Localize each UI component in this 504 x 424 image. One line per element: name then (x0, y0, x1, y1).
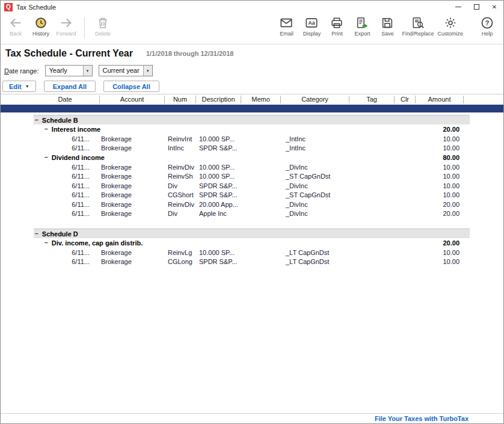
toolbar-separator (84, 17, 85, 38)
gear-icon (444, 16, 457, 29)
collapse-toggle-icon[interactable]: − (35, 231, 38, 237)
maximize-button[interactable] (467, 1, 485, 13)
cell-category: _DivInc (281, 201, 349, 208)
printer-icon (330, 16, 343, 29)
toolbar-display-button[interactable]: AaDisplay (299, 15, 324, 37)
selected-row-highlight[interactable] (1, 105, 503, 112)
toolbar-email-label: Email (280, 31, 293, 37)
collapse-all-label: Collapse All (112, 83, 150, 90)
cell-category: _DivInc (281, 164, 349, 171)
cell-date: 6/11... (1, 144, 100, 152)
toolbar-print-button[interactable]: Print (324, 15, 349, 37)
transaction-row[interactable]: 6/11...BrokerageCGLongSPDR S&P..._LT Cap… (1, 257, 464, 267)
edit-button-label: Edit (9, 83, 22, 90)
collapse-toggle-icon[interactable]: − (35, 117, 38, 123)
cell-date: 6/11... (1, 191, 100, 198)
display-aa-icon: Aa (305, 16, 318, 29)
cell-num: ReinvDiv (165, 201, 196, 208)
toolbar-find-replace-label: Find/Replace (402, 31, 434, 37)
transaction-row[interactable]: 6/11...BrokerageIntIncSPDR S&P..._IntInc… (1, 144, 464, 153)
toolbar-save-button[interactable]: Save (375, 15, 400, 37)
toolbar-history-label: History (32, 31, 49, 37)
cell-date: 6/11... (1, 173, 100, 180)
transaction-row[interactable]: 6/11...BrokerageReinvInt10.000 SP..._Int… (1, 134, 464, 144)
transaction-row[interactable]: 6/11...BrokerageCGShortSPDR S&P..._ST Ca… (1, 191, 464, 200)
subsection-row: −Div. income, cap gain distrib.20.00 (1, 238, 464, 248)
toolbar-back-label: Back (10, 31, 22, 37)
actions-row: Edit ▼ Expand All Collapse All (1, 79, 503, 94)
expand-all-button[interactable]: Expand All (44, 81, 96, 92)
column-header-date: Date (1, 96, 100, 103)
section-row: −Schedule B (34, 115, 470, 124)
cell-date: 6/11... (1, 182, 100, 189)
collapse-toggle-icon[interactable]: − (45, 126, 48, 132)
minimize-button[interactable] (449, 1, 467, 13)
table-header: DateAccountNumDescriptionMemoCategoryTag… (1, 94, 503, 105)
period-select[interactable]: Current year ▼ (99, 65, 153, 76)
cell-num: ReinvSh (165, 173, 196, 180)
cell-num: IntInc (165, 144, 196, 152)
cell-account: Brokerage (100, 144, 165, 152)
cell-amount: 20.00 (416, 201, 464, 208)
toolbar-email-button[interactable]: Email (274, 15, 299, 37)
cell-category: _ST CapGnDst (281, 173, 349, 180)
date-range-row: Date range: Yearly ▼ Current year ▼ (1, 63, 503, 79)
transaction-row[interactable]: 6/11...BrokerageReinvSh10.000 SP..._ST C… (1, 172, 464, 182)
cell-amount: 10.00 (416, 135, 464, 143)
footer: File Your Taxes with TurboTax (1, 413, 503, 423)
cell-description: 10.000 SP... (196, 135, 241, 143)
toolbar-left: BackHistoryForwardDelete (3, 15, 115, 38)
date-range-select[interactable]: Yearly ▼ (45, 65, 93, 76)
toolbar-customize-label: Customize (437, 31, 463, 37)
collapse-toggle-icon[interactable]: − (45, 240, 48, 246)
minimize-icon (455, 7, 461, 7)
cell-amount: 10.00 (416, 144, 464, 152)
cell-amount: 10.00 (416, 191, 464, 198)
toolbar-help-button[interactable]: ?Help (475, 15, 500, 37)
toolbar-forward-label: Forward (56, 31, 76, 37)
app-window: Q Tax Schedule ✕ BackHistoryForwardDelet… (0, 0, 504, 424)
trash-icon (96, 16, 109, 29)
cell-category: _LT CapGnDst (281, 258, 349, 265)
history-clock-icon (34, 16, 48, 29)
toolbar-export-label: Export (354, 31, 370, 37)
toolbar-delete-button: Delete (90, 15, 115, 37)
toolbar-customize-button[interactable]: Customize (435, 15, 465, 37)
transaction-row[interactable]: 6/11...BrokerageReinvDiv10.000 SP..._Div… (1, 162, 464, 172)
cell-account: Brokerage (100, 201, 165, 208)
collapse-toggle-icon[interactable]: − (45, 155, 48, 161)
transaction-row[interactable]: 6/11...BrokerageDivApple Inc_DivInc20.00 (1, 209, 464, 219)
toolbar-save-label: Save (381, 31, 394, 37)
titlebar: Q Tax Schedule ✕ (1, 1, 503, 13)
forward-arrow-icon (60, 16, 73, 29)
toolbar-history-button[interactable]: History (28, 15, 54, 37)
collapse-all-button[interactable]: Collapse All (103, 81, 159, 92)
report-body: −Schedule B−Interest income20.006/11...B… (1, 112, 503, 413)
close-icon: ✕ (492, 4, 497, 10)
transaction-row[interactable]: 6/11...BrokerageDivSPDR S&P..._DivInc10.… (1, 181, 464, 191)
cell-account: Brokerage (100, 182, 165, 189)
svg-text:Aa: Aa (309, 20, 315, 26)
export-arrow-icon (355, 16, 369, 29)
toolbar-right: EmailAaDisplayPrintExportSaveFind/Replac… (274, 15, 500, 37)
toolbar-export-button[interactable]: Export (349, 15, 375, 37)
cell-account: Brokerage (100, 191, 165, 198)
maximize-icon (474, 4, 479, 10)
turbotax-link[interactable]: File Your Taxes with TurboTax (375, 415, 469, 422)
toolbar-find-replace-button[interactable]: Find/Replace (400, 15, 435, 37)
cell-amount: 10.00 (416, 182, 464, 189)
chevron-down-icon: ▼ (83, 66, 92, 76)
cell-description: 10.000 SP... (196, 249, 241, 256)
column-header-memo: Memo (241, 96, 281, 103)
chevron-down-icon: ▼ (143, 66, 152, 76)
column-header-description: Description (196, 96, 241, 103)
transaction-row[interactable]: 6/11...BrokerageReinvDiv20.000 App..._Di… (1, 200, 464, 209)
report-subtitle: 1/1/2018 through 12/31/2018 (146, 50, 234, 57)
transaction-row[interactable]: 6/11...BrokerageReinvLg10.000 SP..._LT C… (1, 248, 464, 257)
cell-description: 20.000 App... (196, 201, 241, 208)
cell-num: CGShort (165, 191, 196, 198)
edit-button[interactable]: Edit ▼ (2, 81, 36, 92)
cell-description: SPDR S&P... (196, 191, 241, 198)
cell-account: Brokerage (100, 164, 165, 171)
close-button[interactable]: ✕ (485, 1, 503, 13)
